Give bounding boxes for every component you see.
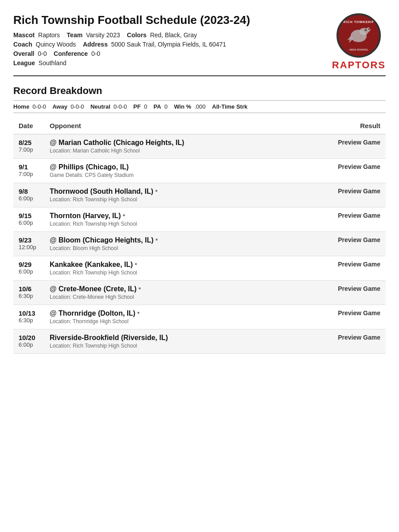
date-cell: 9/2312:00p	[13, 232, 44, 256]
col-header-result: Result	[332, 117, 386, 134]
date-time: 6:00p	[19, 195, 39, 202]
date-time: 6:00p	[19, 341, 39, 348]
date-main: 9/29	[19, 261, 39, 268]
opponent-cell: @ Thornridge (Dolton, IL) * Location: Th…	[44, 305, 332, 329]
neutral-label: Neutral	[90, 103, 110, 110]
date-time: 7:00p	[19, 146, 39, 153]
address-value: 5000 Sauk Trail, Olympia Fields, IL 6047…	[111, 41, 226, 48]
table-row: 9/2312:00p @ Bloom (Chicago Heights, IL)…	[13, 232, 386, 256]
date-main: 10/20	[19, 334, 39, 341]
col-header-date: Date	[13, 117, 44, 134]
record-breakdown-section: Record Breakdown Home 0-0-0 Away 0-0-0 N…	[13, 85, 386, 113]
conference-marker: *	[139, 286, 141, 293]
date-time: 6:30p	[19, 293, 39, 299]
opponent-detail: Location: Crete-Monee High School	[50, 294, 327, 300]
date-cell: 10/66:30p	[13, 281, 44, 305]
pf-value: 0	[144, 103, 147, 110]
date-time: 12:00p	[19, 244, 39, 250]
page-title: Rich Township Football Schedule (2023-24…	[13, 13, 250, 27]
logo-brand-name: RAPTORS	[332, 59, 386, 71]
opponent-location: (Harvey, IL)	[83, 212, 121, 219]
result-cell: Preview Game	[332, 207, 386, 232]
conference-marker: *	[135, 262, 137, 268]
date-main: 8/25	[19, 139, 39, 146]
colors-label: Colors	[127, 31, 146, 39]
date-main: 10/6	[19, 285, 39, 293]
opponent-cell: Thornwood (South Holland, IL) * Location…	[44, 183, 332, 207]
opponent-location: (Riverside, IL)	[121, 334, 168, 341]
result-cell: Preview Game	[332, 281, 386, 305]
date-time: 7:00p	[19, 171, 39, 177]
logo-container: RICH TOWNSHIP HIGH SCHOOL RAPTORS	[332, 13, 386, 71]
info-line-1: Mascot Raptors Team Varsity 2023 Colors …	[13, 31, 250, 39]
conference-marker: *	[137, 310, 140, 317]
home-label: Home	[13, 103, 29, 110]
opponent-strong: Thornton	[50, 212, 81, 219]
date-cell: 9/17:00p	[13, 159, 44, 183]
schedule-table: Date Opponent Result 8/257:00p @ Marian …	[13, 117, 386, 354]
home-value: 0-0-0	[32, 103, 46, 110]
date-time: 6:00p	[19, 268, 39, 275]
away-indicator: @	[50, 236, 59, 244]
raptor-icon	[344, 23, 375, 48]
opponent-name: @ Crete-Monee (Crete, IL) *	[50, 285, 327, 293]
opponent-strong: Bloom	[59, 236, 81, 244]
opponent-name: @ Bloom (Chicago Heights, IL) *	[50, 236, 327, 244]
date-cell: 10/136:30p	[13, 305, 44, 329]
info-line-4: League Southland	[13, 59, 250, 66]
winpct-value: .000	[195, 103, 206, 110]
opponent-cell: @ Crete-Monee (Crete, IL) * Location: Cr…	[44, 281, 332, 305]
logo-top-text: RICH TOWNSHIP	[344, 20, 375, 23]
opponent-location: (Chicago Heights, IL)	[82, 236, 153, 244]
col-header-opponent: Opponent	[44, 117, 332, 134]
table-row: 9/156:00p Thornton (Harvey, IL) * Locati…	[13, 207, 386, 232]
team-label: Team	[67, 31, 83, 39]
overall-value: 0-0	[38, 50, 47, 57]
conference-value: 0-0	[91, 50, 100, 57]
date-cell: 9/296:00p	[13, 256, 44, 281]
result-cell: Preview Game	[332, 256, 386, 281]
opponent-cell: @ Phillips (Chicago, IL) Game Details: C…	[44, 159, 332, 183]
table-row: 10/66:30p @ Crete-Monee (Crete, IL) * Lo…	[13, 281, 386, 305]
result-cell: Preview Game	[332, 183, 386, 207]
opponent-detail: Location: Rich Township High School	[50, 343, 327, 349]
opponent-location: (Kankakee, IL)	[85, 261, 133, 268]
header-text: Rich Township Football Schedule (2023-24…	[13, 13, 250, 69]
opponent-strong: Kankakee	[50, 261, 83, 268]
overall-label: Overall	[13, 50, 34, 57]
league-value: Southland	[39, 59, 66, 66]
colors-value: Red, Black, Gray	[150, 31, 197, 39]
coach-value: Quincy Woods	[36, 41, 76, 48]
opponent-detail: Location: Marian Catholic High School	[50, 148, 327, 154]
opponent-name: @ Marian Catholic (Chicago Heights, IL)	[50, 139, 327, 147]
away-indicator: @	[50, 139, 59, 146]
date-cell: 9/86:00p	[13, 183, 44, 207]
opponent-name: Riverside-Brookfield (Riverside, IL)	[50, 334, 327, 342]
opponent-detail: Location: Rich Township High School	[50, 221, 327, 227]
opponent-strong: Crete-Monee	[59, 285, 102, 293]
away-indicator: @	[50, 163, 59, 171]
date-main: 9/1	[19, 163, 39, 171]
result-cell: Preview Game	[332, 305, 386, 329]
result-cell: Preview Game	[332, 232, 386, 256]
date-cell: 10/206:00p	[13, 329, 44, 354]
opponent-strong: Thornwood	[50, 188, 88, 195]
table-row: 9/17:00p @ Phillips (Chicago, IL) Game D…	[13, 159, 386, 183]
opponent-name: @ Phillips (Chicago, IL)	[50, 163, 327, 171]
date-main: 10/13	[19, 309, 39, 317]
league-label: League	[13, 59, 35, 66]
opponent-name: @ Thornridge (Dolton, IL) *	[50, 309, 327, 317]
opponent-cell: Riverside-Brookfield (Riverside, IL) Loc…	[44, 329, 332, 354]
opponent-detail: Location: Rich Township High School	[50, 270, 327, 276]
opponent-cell: @ Marian Catholic (Chicago Heights, IL) …	[44, 134, 332, 159]
away-indicator: @	[50, 285, 59, 293]
info-line-2: Coach Quincy Woods Address 5000 Sauk Tra…	[13, 41, 250, 48]
coach-label: Coach	[13, 41, 32, 48]
table-row: 9/296:00p Kankakee (Kankakee, IL) * Loca…	[13, 256, 386, 281]
conference-label: Conference	[54, 50, 88, 57]
opponent-detail: Location: Thornridge High School	[50, 318, 327, 325]
date-time: 6:30p	[19, 317, 39, 324]
pa-label: PA	[153, 103, 161, 110]
alltime-label: All-Time Strk	[212, 103, 247, 110]
winpct-label: Win %	[174, 103, 191, 110]
